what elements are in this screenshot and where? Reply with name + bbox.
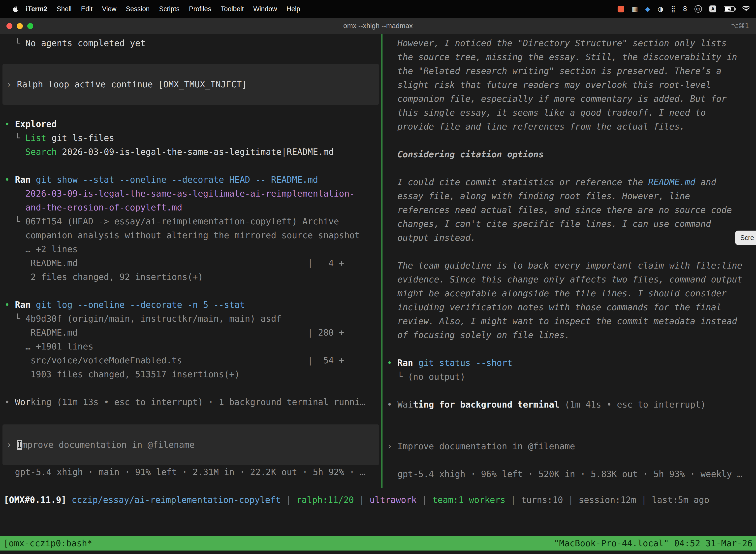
- zoom-button[interactable]: [27, 23, 33, 29]
- text-run: mprove documentation in @filename: [22, 440, 194, 450]
- text-run: git show --stat --oneline --decorate HEA…: [36, 175, 318, 185]
- tmux-host-clock: "MacBook-Pro-44.local" 04:52 31-Mar-26: [554, 536, 753, 550]
- terminal-line: slight risk that future readers may over…: [382, 78, 756, 92]
- menu-item-shell[interactable]: Shell: [57, 5, 72, 13]
- terminal-window: └ No agents completed yet› Ralph loop ac…: [0, 34, 756, 554]
- text-run: 4b9d30f (origin/main, instructkr/main, m…: [25, 314, 281, 324]
- text-run: git log --oneline --decorate -n 5 --stat: [36, 300, 245, 310]
- terminal-line: README.md | 4 +: [0, 256, 381, 270]
- window-title-bar[interactable]: omx --xhigh --madmax ⌥⌘1: [0, 18, 756, 34]
- menu-item-toolbelt[interactable]: Toolbelt: [221, 5, 244, 13]
- app-icon-blue[interactable]: ◆: [645, 5, 650, 13]
- terminal-line: └ List git ls-files: [0, 131, 381, 145]
- percent-badge-icon[interactable]: 61: [694, 5, 702, 13]
- text-run: README.md: [648, 177, 695, 187]
- text-run: git ls-files: [46, 133, 114, 143]
- text-run: 067f154 (HEAD -> essay/ai-reimplementati…: [25, 216, 339, 226]
- text-run: |: [505, 495, 521, 505]
- terminal-line: output instead.: [382, 231, 756, 245]
- terminal-line: └ (no output): [382, 370, 756, 384]
- text-run: this single essay, it seems like a good …: [387, 108, 706, 118]
- battery-icon[interactable]: [724, 6, 735, 12]
- terminal-line: this single essay, it seems like a good …: [382, 106, 756, 120]
- menu-item-help[interactable]: Help: [287, 5, 300, 13]
- text-run: … +2 lines: [4, 244, 78, 254]
- text-run: └: [4, 216, 25, 226]
- screen-share-pill[interactable]: Scre: [735, 231, 756, 245]
- menu-item-iterm2[interactable]: iTerm2: [26, 5, 47, 13]
- text-run: [4, 147, 25, 157]
- terminal-line: [382, 161, 756, 175]
- terminal-line: … +1901 lines: [0, 340, 381, 353]
- text-run: last:5m ago: [652, 495, 709, 505]
- text-run: Improve documentation in @filename: [397, 441, 575, 451]
- ralph-loop-banner: › Ralph loop active continue [OMX_TMUX_I…: [2, 64, 379, 105]
- terminal-line: [382, 245, 756, 259]
- prompt-input-left[interactable]: › Improve documentation in @filename: [2, 425, 379, 465]
- menu-item-window[interactable]: Window: [253, 5, 277, 13]
- text-run: session:12m: [579, 495, 636, 505]
- text-run: Wai: [397, 400, 413, 409]
- text-run: [OMX#0.11.9]: [4, 495, 72, 505]
- terminal-line: [0, 284, 381, 298]
- terminal-pane-left[interactable]: └ No agents completed yet› Ralph loop ac…: [0, 34, 381, 488]
- text-run: review. Also, I might want to inspect th…: [387, 316, 737, 326]
- wifi-icon[interactable]: [742, 5, 750, 13]
- menu-item-profiles[interactable]: Profiles: [189, 5, 211, 13]
- terminal-line: including verification notes with those …: [382, 300, 756, 314]
- terminal-line: [382, 411, 756, 426]
- text-run: essay file, along with finding root file…: [387, 191, 690, 201]
- text-run: |: [417, 495, 432, 505]
- app-icon-round[interactable]: ◑: [658, 5, 664, 13]
- app-icon-eight[interactable]: 8: [683, 5, 687, 13]
- grid-icon[interactable]: ▦: [632, 5, 638, 13]
- menu-status-icons: ▦ ◆ ◑ ⣿ 8 61 A: [618, 5, 750, 13]
- terminal-line: companion file, especially if more comme…: [382, 92, 756, 106]
- terminal-line: └ No agents completed yet: [0, 36, 381, 50]
- screen-recording-stop-icon[interactable]: [618, 6, 624, 12]
- text-run: Ralph loop active continue [OMX_TMUX_INJ…: [17, 79, 247, 89]
- input-source-icon[interactable]: A: [709, 5, 716, 12]
- text-run: evidence. Since this change only affects…: [387, 275, 742, 284]
- menu-item-session[interactable]: Session: [126, 5, 149, 13]
- terminal-line: README.md | 280 +: [0, 326, 381, 340]
- text-run: might be acceptable alongside the file l…: [387, 288, 727, 298]
- menu-item-edit[interactable]: Edit: [81, 5, 93, 13]
- close-button[interactable]: [6, 23, 12, 29]
- terminal-line: • Ran git log --oneline --decorate -n 5 …: [0, 298, 381, 312]
- omx-status-line: [OMX#0.11.9] cczip/essay/ai-reimplementa…: [0, 493, 756, 507]
- text-run: companion analysis without altering the …: [4, 230, 360, 240]
- menu-item-view[interactable]: View: [102, 5, 116, 13]
- ralph-loop-banner-line: › Ralph loop active continue [OMX_TMUX_I…: [2, 77, 379, 91]
- terminal-line: • Explored: [0, 117, 381, 131]
- menu-item-scripts[interactable]: Scripts: [159, 5, 180, 13]
- text-run: I could cite commit statistics or refere…: [387, 177, 648, 187]
- text-run: (no output): [408, 372, 465, 382]
- text-run: •: [4, 300, 15, 310]
- terminal-line: I could cite commit statistics or refere…: [382, 175, 756, 189]
- menu-items: iTerm2ShellEditViewSessionScriptsProfile…: [26, 5, 300, 13]
- text-run: and-the-erosion-of-copyleft.md: [25, 203, 182, 213]
- battery-nub: [735, 8, 736, 10]
- text-run: No agents completed yet: [25, 38, 145, 48]
- text-run: ›: [6, 79, 17, 89]
- text-run: └: [4, 133, 25, 143]
- terminal-pane-right[interactable]: However, I noticed the "Directory Struct…: [382, 34, 756, 488]
- terminal-line: evidence. Since this change only affects…: [382, 273, 756, 286]
- traffic-lights: [6, 23, 33, 29]
- terminal-line: • Waiting for background terminal (1m 41…: [382, 398, 756, 411]
- text-run: •: [387, 400, 397, 409]
- minimize-button[interactable]: [17, 23, 23, 29]
- terminal-line: • Working (11m 13s • esc to interrupt) ·…: [0, 395, 381, 409]
- apple-menu-icon[interactable]: [12, 5, 19, 13]
- text-run: (1m 41s • esc to interrupt): [559, 400, 706, 409]
- dots-grid-icon[interactable]: ⣿: [671, 5, 675, 13]
- text-run: Ran: [397, 358, 413, 368]
- terminal-line: 2 files changed, 92 insertions(+): [0, 270, 381, 284]
- text-run: ultrawork: [370, 495, 417, 505]
- text-run: and: [695, 177, 716, 187]
- terminal-line: Considering citation options: [382, 148, 756, 161]
- prompt-input-right[interactable]: › Improve documentation in @filename: [382, 439, 756, 453]
- tmux-status-bar: [omx-cczip0:bash* "MacBook-Pro-44.local"…: [0, 536, 756, 551]
- text-run: (11m 13s • esc to interrupt) · 1 backgro…: [52, 397, 365, 407]
